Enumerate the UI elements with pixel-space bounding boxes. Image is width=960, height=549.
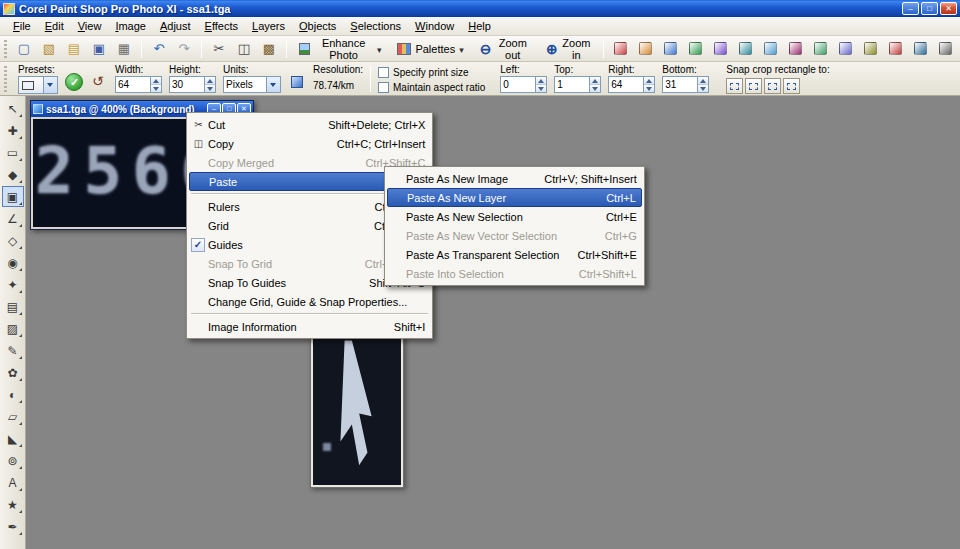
reset-crop-button[interactable] bbox=[90, 73, 108, 91]
straighten-tool[interactable]: ∠ bbox=[2, 208, 24, 229]
toolbar-grip[interactable] bbox=[4, 40, 7, 58]
snap-to-layer-button[interactable] bbox=[726, 78, 743, 94]
units-select[interactable]: Pixels bbox=[223, 76, 281, 93]
spin-down-icon[interactable] bbox=[698, 85, 708, 92]
bottom-spinner[interactable] bbox=[698, 76, 709, 93]
spin-up-icon[interactable] bbox=[644, 77, 654, 85]
options-grip[interactable] bbox=[4, 66, 7, 92]
stop-script-button[interactable] bbox=[934, 39, 956, 59]
record-script-button[interactable] bbox=[884, 39, 906, 59]
menu-window[interactable]: Window bbox=[408, 18, 461, 34]
spin-up-icon[interactable] bbox=[698, 77, 708, 85]
zoom-out-button[interactable]: ⊖ Zoom out bbox=[473, 39, 537, 59]
mixer-palette-button[interactable] bbox=[784, 39, 806, 59]
spin-down-icon[interactable] bbox=[151, 85, 161, 92]
run-script-button[interactable] bbox=[909, 39, 931, 59]
pen-tool[interactable]: ✒ bbox=[2, 516, 24, 537]
menu-file[interactable]: File bbox=[6, 18, 38, 34]
paste-menu-item-paste-into-selection[interactable]: Paste Into SelectionCtrl+Shift+L bbox=[387, 264, 642, 283]
dropper-tool[interactable]: ◆ bbox=[2, 164, 24, 185]
left-input[interactable] bbox=[500, 76, 536, 93]
scratch-remover-tool[interactable]: ▨ bbox=[2, 318, 24, 339]
document-2-canvas[interactable] bbox=[313, 323, 401, 485]
new-image-button[interactable]: ▢ bbox=[13, 39, 35, 59]
undo-button[interactable]: ↶ bbox=[148, 39, 170, 59]
spin-down-icon[interactable] bbox=[590, 85, 600, 92]
menu-image[interactable]: Image bbox=[108, 18, 153, 34]
script-output-palette-button[interactable] bbox=[859, 39, 881, 59]
left-spinner[interactable] bbox=[536, 76, 547, 93]
airbrush-tool[interactable]: ✿ bbox=[2, 362, 24, 383]
lighten-darken-tool[interactable]: ◐ bbox=[2, 384, 24, 405]
picture-tube-tool[interactable]: ⊚ bbox=[2, 450, 24, 471]
save-button[interactable]: ▣ bbox=[88, 39, 110, 59]
spin-down-icon[interactable] bbox=[205, 85, 215, 92]
move-tool[interactable]: ✚ bbox=[2, 120, 24, 141]
menu-view[interactable]: View bbox=[71, 18, 109, 34]
paste-menu-item-paste-as-new-selection[interactable]: Paste As New SelectionCtrl+E bbox=[387, 207, 642, 226]
top-spinner[interactable] bbox=[590, 76, 601, 93]
clone-tool[interactable]: ▤ bbox=[2, 296, 24, 317]
width-spinner[interactable] bbox=[151, 76, 162, 93]
spin-up-icon[interactable] bbox=[205, 77, 215, 85]
maintain-aspect-ratio-checkbox[interactable] bbox=[378, 82, 389, 93]
bottom-input[interactable] bbox=[662, 76, 698, 93]
context-menu-item-copy[interactable]: ◫CopyCtrl+C; Ctrl+Insert bbox=[189, 134, 430, 153]
text-tool[interactable]: A bbox=[2, 472, 24, 493]
flood-fill-tool[interactable]: ◣ bbox=[2, 428, 24, 449]
paste-menu-item-paste-as-transparent-selection[interactable]: Paste As Transparent SelectionCtrl+Shift… bbox=[387, 245, 642, 264]
minimize-button[interactable]: – bbox=[902, 2, 919, 15]
spin-up-icon[interactable] bbox=[536, 77, 546, 85]
layers-palette-button[interactable] bbox=[659, 39, 681, 59]
organizer-button[interactable] bbox=[809, 39, 831, 59]
redo-button[interactable]: ↷ bbox=[173, 39, 195, 59]
learning-center-palette-button[interactable] bbox=[684, 39, 706, 59]
dropdown-arrow-icon[interactable] bbox=[266, 77, 280, 92]
menu-selections[interactable]: Selections bbox=[343, 18, 408, 34]
print-button[interactable]: ▦ bbox=[113, 39, 135, 59]
spin-up-icon[interactable] bbox=[151, 77, 161, 85]
tool-options-palette-button[interactable] bbox=[634, 39, 656, 59]
preset-shape-tool[interactable]: ★ bbox=[2, 494, 24, 515]
height-input[interactable] bbox=[169, 76, 205, 93]
paste-menu-item-paste-as-new-image[interactable]: Paste As New ImageCtrl+V; Shift+Insert bbox=[387, 169, 642, 188]
spin-up-icon[interactable] bbox=[590, 77, 600, 85]
paste-menu-item-paste-as-new-layer[interactable]: Paste As New LayerCtrl+L bbox=[387, 188, 642, 207]
width-input[interactable] bbox=[115, 76, 151, 93]
browse-button[interactable]: ▧ bbox=[38, 39, 60, 59]
selection-tool[interactable]: ▭ bbox=[2, 142, 24, 163]
close-button[interactable]: ✕ bbox=[940, 2, 957, 15]
context-menu-item-change-grid-guide-snap-properties[interactable]: Change Grid, Guide & Snap Properties... bbox=[189, 292, 430, 311]
red-eye-tool[interactable]: ◉ bbox=[2, 252, 24, 273]
menu-objects[interactable]: Objects bbox=[292, 18, 343, 34]
brush-variance-palette-button[interactable] bbox=[759, 39, 781, 59]
paint-brush-tool[interactable]: ✎ bbox=[2, 340, 24, 361]
presets-dropdown[interactable] bbox=[18, 76, 58, 94]
open-button[interactable]: ▤ bbox=[63, 39, 85, 59]
specify-print-size-checkbox[interactable] bbox=[378, 67, 389, 78]
restore-button[interactable]: □ bbox=[921, 2, 938, 15]
menu-edit[interactable]: Edit bbox=[38, 18, 71, 34]
cut-button[interactable]: ✂ bbox=[208, 39, 230, 59]
top-input[interactable] bbox=[554, 76, 590, 93]
snap-to-layer-opaque-button[interactable] bbox=[745, 78, 762, 94]
paste-button[interactable]: ▩ bbox=[258, 39, 280, 59]
height-spinner[interactable] bbox=[205, 76, 216, 93]
spin-down-icon[interactable] bbox=[644, 85, 654, 92]
menu-effects[interactable]: Effects bbox=[198, 18, 245, 34]
swap-dimensions-button[interactable] bbox=[288, 73, 306, 91]
right-spinner[interactable] bbox=[644, 76, 655, 93]
photo-tray-button[interactable] bbox=[834, 39, 856, 59]
context-menu-item-cut[interactable]: ✂CutShift+Delete; Ctrl+X bbox=[189, 115, 430, 134]
menu-adjust[interactable]: Adjust bbox=[153, 18, 198, 34]
overview-palette-button[interactable] bbox=[734, 39, 756, 59]
makeover-tool[interactable]: ✦ bbox=[2, 274, 24, 295]
enhance-photo-button[interactable]: Enhance Photo bbox=[292, 39, 388, 59]
apply-crop-button[interactable] bbox=[65, 73, 83, 91]
palettes-button[interactable]: Palettes bbox=[390, 39, 470, 59]
eraser-tool[interactable]: ▱ bbox=[2, 406, 24, 427]
materials-palette-button[interactable] bbox=[609, 39, 631, 59]
snap-to-canvas-button[interactable] bbox=[764, 78, 781, 94]
pan-tool[interactable]: ↖ bbox=[2, 98, 24, 119]
copy-button[interactable]: ◫ bbox=[233, 39, 255, 59]
